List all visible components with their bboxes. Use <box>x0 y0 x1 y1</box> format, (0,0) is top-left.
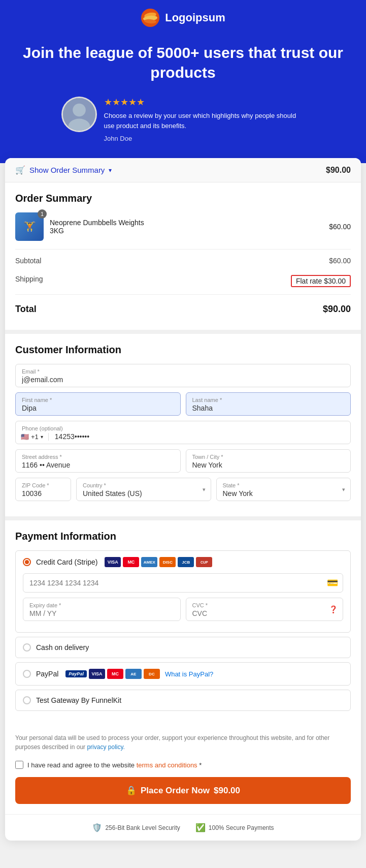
payment-option-paypal[interactable]: PayPal PayPal VISA MC AE DC What is PayP… <box>15 662 351 686</box>
zip-field[interactable] <box>16 478 71 501</box>
security-item-2: ✅ 100% Secure Payments <box>195 823 274 832</box>
product-image-wrap: 🏋️ 1 <box>15 212 44 241</box>
terms-checkbox[interactable] <box>15 761 23 769</box>
paypal-icons: PayPal VISA MC AE DC <box>65 669 160 679</box>
credit-card-radio[interactable] <box>23 558 31 566</box>
terms-row: I have read and agree to the website ter… <box>5 757 361 777</box>
total-value: $90.00 <box>323 304 351 315</box>
name-row: First name * Last name * <box>15 392 351 421</box>
credit-card-icons: VISA MC AMEX DISC JCB CUP <box>105 557 212 567</box>
jcb-icon: JCB <box>178 557 194 567</box>
cvc-field[interactable] <box>186 598 343 621</box>
paypal-visa-icon: VISA <box>89 669 105 679</box>
shipping-row: Shipping Flat rate $30.00 <box>15 270 351 292</box>
location-row: ZIP Code * Country * United States (US) … <box>15 478 351 506</box>
svg-point-5 <box>73 104 86 117</box>
street-field[interactable] <box>16 450 180 472</box>
testimonial-author: John Doe <box>104 135 132 142</box>
subtotal-label: Subtotal <box>15 257 41 265</box>
payment-section: Payment Information Credit Card (Stripe)… <box>5 516 361 725</box>
order-toggle-bar[interactable]: 🛒 Show Order Summary ▾ $90.00 <box>5 158 361 182</box>
phone-code: +1 <box>31 433 39 441</box>
check-shield-icon: ✅ <box>195 823 206 832</box>
city-group: Town / City * <box>186 449 351 473</box>
phone-dropdown-icon: ▾ <box>41 434 43 440</box>
product-row: 🏋️ 1 Neoprene Dumbbells Weights 3KG $60.… <box>15 212 351 241</box>
privacy-policy-link[interactable]: privacy policy. <box>87 743 124 751</box>
zip-label: ZIP Code * <box>22 482 49 488</box>
logo-icon <box>141 8 160 27</box>
country-group: Country * United States (US) ▾ <box>76 478 211 501</box>
logo-text: Logoipsum <box>165 11 225 24</box>
logo-area: Logoipsum <box>10 8 356 27</box>
shipping-label: Shipping <box>15 275 43 287</box>
email-label: Email * <box>22 368 40 375</box>
street-label: Street address * <box>22 454 62 460</box>
cvc-help-icon[interactable]: ❓ <box>329 605 338 613</box>
customer-info-section: Customer Information Email * First name … <box>5 330 361 516</box>
paypal-radio[interactable] <box>23 670 31 678</box>
state-select[interactable]: New York <box>217 478 351 501</box>
shipping-value: Flat rate $30.00 <box>291 275 351 287</box>
cvc-label: CVC * <box>192 602 208 608</box>
country-select[interactable]: United States (US) <box>77 478 211 501</box>
summary-divider-2 <box>15 294 351 295</box>
card-number-field[interactable] <box>23 573 343 593</box>
product-price: $60.00 <box>329 223 351 231</box>
test-gateway-radio[interactable] <box>23 696 31 704</box>
phone-field[interactable] <box>49 432 350 441</box>
first-name-group: First name * <box>15 392 181 416</box>
security-label-2: 100% Secure Payments <box>209 824 274 831</box>
street-group: Street address * <box>15 449 181 473</box>
subtotal-value: $60.00 <box>329 257 351 265</box>
last-name-group: Last name * <box>186 392 351 416</box>
hero-title: Join the league of 5000+ users that trus… <box>10 43 356 82</box>
last-name-field[interactable] <box>186 393 351 415</box>
paypal-badge-icon: PayPal <box>65 670 87 677</box>
main-card: 🛒 Show Order Summary ▾ $90.00 Order Summ… <box>5 158 361 841</box>
product-quantity-badge: 1 <box>38 209 47 219</box>
lock-icon: 🔒 <box>126 785 137 796</box>
payment-option-test-gateway[interactable]: Test Gateway By FunnelKit <box>15 690 351 711</box>
paypal-disc-icon: DC <box>144 669 160 679</box>
visa-icon: VISA <box>105 557 121 567</box>
phone-flag-prefix[interactable]: 🇺🇸 +1 ▾ <box>16 433 49 441</box>
card-field-icon: 💳 <box>327 577 338 588</box>
cod-label: Cash on delivery <box>36 643 89 652</box>
phone-group: Phone (optional) 🇺🇸 +1 ▾ <box>15 421 351 444</box>
city-field[interactable] <box>186 450 351 472</box>
country-label: Country * <box>83 482 106 488</box>
expiry-label: Expiry date * <box>29 602 61 608</box>
cup-icon: CUP <box>196 557 212 567</box>
chevron-down-icon: ▾ <box>109 167 112 174</box>
order-toggle-left[interactable]: 🛒 Show Order Summary ▾ <box>15 165 112 175</box>
email-field[interactable] <box>16 364 350 387</box>
first-name-field[interactable] <box>16 393 180 415</box>
place-order-button[interactable]: 🔒 Place Order Now $90.00 <box>15 777 351 804</box>
terms-text: I have read and agree to the website ter… <box>27 761 202 769</box>
expiry-group: Expiry date * <box>23 598 181 621</box>
customer-info-title: Customer Information <box>15 344 351 356</box>
security-bar: 🛡️ 256-Bit Bank Level Security ✅ 100% Se… <box>5 814 361 841</box>
paypal-mc-icon: MC <box>107 669 123 679</box>
avatar <box>61 97 97 132</box>
payment-title: Payment Information <box>15 531 351 542</box>
paypal-what-is-link[interactable]: What is PayPal? <box>165 670 213 678</box>
shield-icon: 🛡️ <box>92 823 102 832</box>
payment-option-cod[interactable]: Cash on delivery <box>15 637 351 658</box>
phone-label: Phone (optional) <box>22 425 63 431</box>
expiry-field[interactable] <box>23 598 180 621</box>
order-summary-title: Order Summary <box>15 193 351 204</box>
city-label: Town / City * <box>192 454 223 460</box>
testimonial-text: Choose a review by your user which highl… <box>104 111 305 131</box>
discover-icon: DISC <box>159 557 176 567</box>
email-group: Email * <box>15 364 351 387</box>
last-name-label: Last name * <box>192 397 222 403</box>
order-summary-section: Order Summary 🏋️ 1 Neoprene Dumbbells We… <box>5 182 361 330</box>
zip-group: ZIP Code * <box>15 478 71 501</box>
order-toggle-price: $90.00 <box>326 166 351 175</box>
cod-radio[interactable] <box>23 643 31 652</box>
amex-icon: AMEX <box>141 557 157 567</box>
terms-link[interactable]: terms and conditions <box>137 761 197 769</box>
payment-option-credit-card[interactable]: Credit Card (Stripe) VISA MC AMEX DISC J… <box>15 550 351 633</box>
